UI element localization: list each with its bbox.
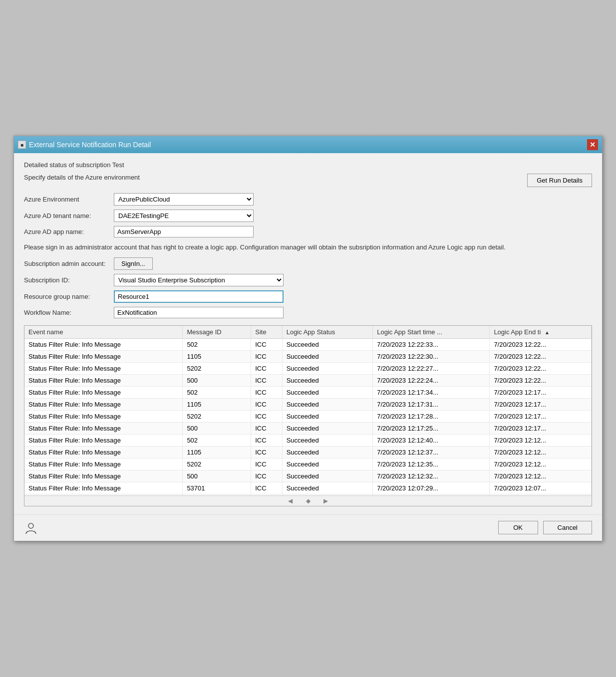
table-cell: 1105 [183, 350, 251, 362]
table-cell: 7/20/2023 12:12:37... [373, 446, 490, 458]
table-cell: 7/20/2023 12:22:33... [373, 338, 490, 350]
table-cell: Status Filter Rule: Info Message [24, 470, 183, 482]
window-icon: ■ [18, 141, 26, 149]
table-cell: ICC [251, 470, 282, 482]
table-cell: ICC [251, 410, 282, 422]
table-cell: 500 [183, 422, 251, 434]
subscription-admin-label: Subscription admin account: [24, 260, 114, 267]
table-row[interactable]: Status Filter Rule: Info Message53701ICC… [24, 482, 592, 494]
col-event-name: Event name [24, 326, 183, 339]
azure-ad-app-row: Azure AD app name: [24, 226, 592, 237]
table-cell: 500 [183, 374, 251, 386]
table-cell: 7/20/2023 12:17:34... [373, 386, 490, 398]
table-row[interactable]: Status Filter Rule: Info Message1105ICCS… [24, 446, 592, 458]
table-cell: 7/20/2023 12:22:27... [373, 362, 490, 374]
azure-env-label: Azure Environment [24, 196, 114, 203]
table-cell: Succeeded [282, 446, 373, 458]
window-title: External Service Notification Run Detail [29, 141, 151, 149]
table-cell: 1105 [183, 398, 251, 410]
table-cell: 7/20/2023 12:12... [490, 458, 592, 470]
subscription-admin-row: Subscription admin account: SignIn... [24, 257, 592, 270]
table-header: Event name Message ID Site Logic App Sta… [24, 326, 592, 339]
results-table: Event name Message ID Site Logic App Sta… [24, 326, 592, 495]
subscription-status-label: Detailed status of subscription Test [24, 161, 592, 169]
table-wrapper[interactable]: Event name Message ID Site Logic App Sta… [24, 326, 592, 495]
resource-group-input[interactable] [114, 290, 284, 303]
subscription-id-select[interactable]: Visual Studio Enterprise Subscription [114, 274, 284, 286]
user-icon [24, 521, 38, 535]
azure-env-select[interactable]: AzurePublicCloud AzureChinaCloud AzureUS… [114, 193, 254, 206]
table-cell: ICC [251, 482, 282, 494]
workflow-name-label: Workflow Name: [24, 309, 114, 316]
get-run-details-button[interactable]: Get Run Details [527, 174, 592, 187]
col-logic-app-status: Logic App Status [282, 326, 373, 339]
azure-ad-app-input[interactable] [114, 226, 254, 237]
table-row[interactable]: Status Filter Rule: Info Message500ICCSu… [24, 374, 592, 386]
table-row[interactable]: Status Filter Rule: Info Message1105ICCS… [24, 398, 592, 410]
table-cell: 7/20/2023 12:17... [490, 398, 592, 410]
table-row[interactable]: Status Filter Rule: Info Message502ICCSu… [24, 338, 592, 350]
table-cell: 7/20/2023 12:12... [490, 446, 592, 458]
table-row[interactable]: Status Filter Rule: Info Message500ICCSu… [24, 422, 592, 434]
resource-group-label: Resource group name: [24, 293, 114, 300]
table-cell: ICC [251, 422, 282, 434]
resource-group-row: Resource group name: [24, 290, 592, 303]
table-cell: 7/20/2023 12:22... [490, 374, 592, 386]
horizontal-scroll-bar[interactable]: ◀ ◆ ▶ [24, 495, 592, 506]
workflow-name-input[interactable] [114, 307, 284, 318]
table-cell: Succeeded [282, 386, 373, 398]
table-cell: Succeeded [282, 422, 373, 434]
table-cell: ICC [251, 434, 282, 446]
data-table-container: Event name Message ID Site Logic App Sta… [24, 325, 592, 506]
azure-env-section-label: Specify details of the Azure environment [24, 174, 140, 181]
table-cell: Succeeded [282, 470, 373, 482]
table-cell: 1105 [183, 446, 251, 458]
table-cell: Succeeded [282, 398, 373, 410]
table-cell: Succeeded [282, 374, 373, 386]
table-row[interactable]: Status Filter Rule: Info Message500ICCSu… [24, 470, 592, 482]
col-site: Site [251, 326, 282, 339]
table-cell: 7/20/2023 12:22:24... [373, 374, 490, 386]
svg-point-0 [28, 523, 33, 528]
col-logic-app-end: Logic App End ti ▲ [490, 326, 592, 339]
title-bar: ■ External Service Notification Run Deta… [14, 136, 602, 153]
table-cell: Succeeded [282, 458, 373, 470]
table-row[interactable]: Status Filter Rule: Info Message5202ICCS… [24, 410, 592, 422]
table-row[interactable]: Status Filter Rule: Info Message1105ICCS… [24, 350, 592, 362]
table-cell: 502 [183, 338, 251, 350]
table-cell: 7/20/2023 12:12:40... [373, 434, 490, 446]
table-cell: Status Filter Rule: Info Message [24, 386, 183, 398]
table-cell: ICC [251, 338, 282, 350]
signin-button[interactable]: SignIn... [114, 257, 153, 270]
table-row[interactable]: Status Filter Rule: Info Message502ICCSu… [24, 386, 592, 398]
table-cell: 5202 [183, 362, 251, 374]
table-cell: 7/20/2023 12:17... [490, 422, 592, 434]
table-cell: ICC [251, 446, 282, 458]
close-button[interactable]: ✕ [587, 139, 598, 150]
table-cell: Status Filter Rule: Info Message [24, 410, 183, 422]
table-cell: 7/20/2023 12:07... [490, 482, 592, 494]
table-cell: Succeeded [282, 338, 373, 350]
table-cell: 5202 [183, 410, 251, 422]
table-row[interactable]: Status Filter Rule: Info Message5202ICCS… [24, 458, 592, 470]
table-cell: 7/20/2023 12:17:25... [373, 422, 490, 434]
table-cell: 500 [183, 470, 251, 482]
table-cell: 7/20/2023 12:17... [490, 410, 592, 422]
table-cell: Status Filter Rule: Info Message [24, 482, 183, 494]
ok-button[interactable]: OK [498, 521, 538, 534]
table-cell: Succeeded [282, 362, 373, 374]
table-cell: Status Filter Rule: Info Message [24, 362, 183, 374]
col-message-id: Message ID [183, 326, 251, 339]
azure-ad-tenant-select[interactable]: DAE2ETestingPE [114, 210, 254, 222]
table-cell: ICC [251, 458, 282, 470]
cancel-button[interactable]: Cancel [543, 521, 592, 534]
table-cell: Status Filter Rule: Info Message [24, 350, 183, 362]
table-cell: ICC [251, 386, 282, 398]
table-cell: 7/20/2023 12:07:29... [373, 482, 490, 494]
table-cell: Status Filter Rule: Info Message [24, 398, 183, 410]
table-cell: 7/20/2023 12:12:35... [373, 458, 490, 470]
table-cell: 7/20/2023 12:22:30... [373, 350, 490, 362]
table-row[interactable]: Status Filter Rule: Info Message502ICCSu… [24, 434, 592, 446]
table-cell: ICC [251, 350, 282, 362]
table-row[interactable]: Status Filter Rule: Info Message5202ICCS… [24, 362, 592, 374]
